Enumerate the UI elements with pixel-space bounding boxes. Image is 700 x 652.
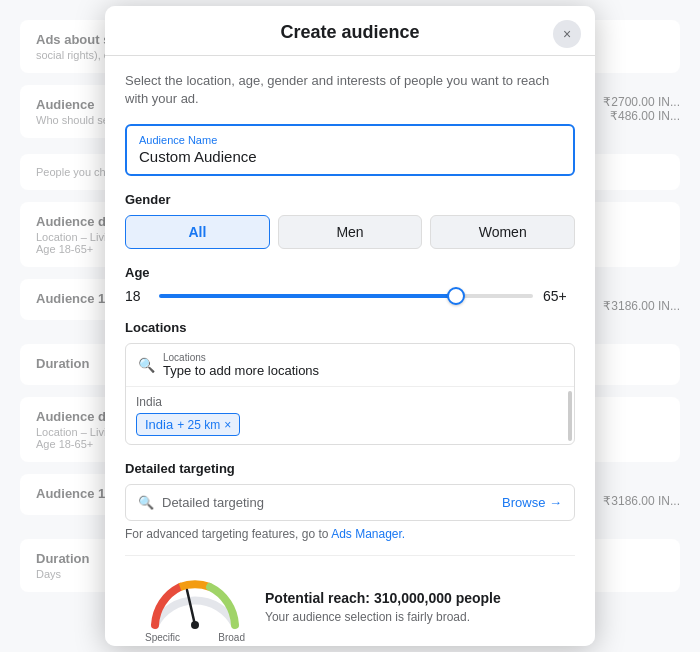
create-audience-modal: Create audience × Select the location, a… [105, 6, 595, 646]
age-section: Age 18 65+ [125, 265, 575, 304]
detailed-targeting-label: Detailed targeting [125, 461, 575, 476]
ads-manager-note: For advanced targeting features, go to A… [125, 527, 575, 541]
potential-reach: Potential reach: 310,000,000 people [265, 590, 555, 606]
location-tag-row: India + 25 km × [136, 413, 564, 436]
modal-backdrop: Create audience × Select the location, a… [0, 0, 700, 652]
location-country: India [136, 395, 564, 409]
gauge-container [145, 570, 245, 630]
reach-text: Potential reach: 310,000,000 people Your… [265, 590, 555, 624]
location-tag-india: India + 25 km × [136, 413, 240, 436]
locations-label: Locations [125, 320, 575, 335]
scrollbar [568, 391, 572, 441]
reach-description: Your audience selection is fairly broad. [265, 610, 555, 624]
locations-section: Locations 🔍 Locations Type to add more l… [125, 320, 575, 445]
browse-button[interactable]: Browse → [502, 495, 562, 510]
age-min: 18 [125, 288, 149, 304]
location-tag-name: India [145, 417, 173, 432]
reach-section: Specific Broad Potential reach: 310,000,… [125, 555, 575, 646]
detailed-targeting-placeholder[interactable]: Detailed targeting [162, 495, 264, 510]
modal-header: Create audience × [105, 6, 595, 56]
location-tag-remove[interactable]: × [224, 418, 231, 432]
age-row: 18 65+ [125, 288, 575, 304]
gauge-labels: Specific Broad [145, 632, 245, 643]
close-button[interactable]: × [553, 20, 581, 48]
detailed-targeting-box: 🔍 Detailed targeting Browse → [125, 484, 575, 521]
svg-line-0 [187, 590, 195, 625]
age-slider[interactable] [159, 294, 533, 298]
audience-name-label: Audience Name [139, 134, 561, 146]
gender-men-button[interactable]: Men [278, 215, 423, 249]
search-icon: 🔍 [138, 357, 155, 373]
gender-all-button[interactable]: All [125, 215, 270, 249]
age-max: 65+ [543, 288, 575, 304]
locations-box: 🔍 Locations Type to add more locations I… [125, 343, 575, 445]
detailed-search-icon: 🔍 [138, 495, 154, 510]
modal-description: Select the location, age, gender and int… [125, 72, 575, 108]
gauge-broad-label: Broad [218, 632, 245, 643]
audience-name-field: Audience Name [125, 124, 575, 176]
location-search-label: Locations [163, 352, 562, 363]
ads-manager-link[interactable]: Ads Manager. [331, 527, 405, 541]
gender-women-button[interactable]: Women [430, 215, 575, 249]
detailed-targeting-section: Detailed targeting 🔍 Detailed targeting … [125, 461, 575, 541]
audience-name-input[interactable] [139, 148, 561, 165]
gauge-wrapper: Specific Broad [145, 570, 245, 643]
gauge-specific-label: Specific [145, 632, 180, 643]
location-search-placeholder[interactable]: Type to add more locations [163, 363, 562, 378]
gender-label: Gender [125, 192, 575, 207]
svg-point-1 [191, 621, 199, 629]
location-search-row: 🔍 Locations Type to add more locations [126, 344, 574, 387]
modal-body: Select the location, age, gender and int… [105, 56, 595, 646]
age-label: Age [125, 265, 575, 280]
modal-title: Create audience [280, 22, 419, 43]
location-tag-distance: + 25 km [177, 418, 220, 432]
location-list-area: India India + 25 km × [126, 387, 574, 444]
gender-selector: All Men Women [125, 215, 575, 249]
gauge-svg [145, 570, 245, 630]
